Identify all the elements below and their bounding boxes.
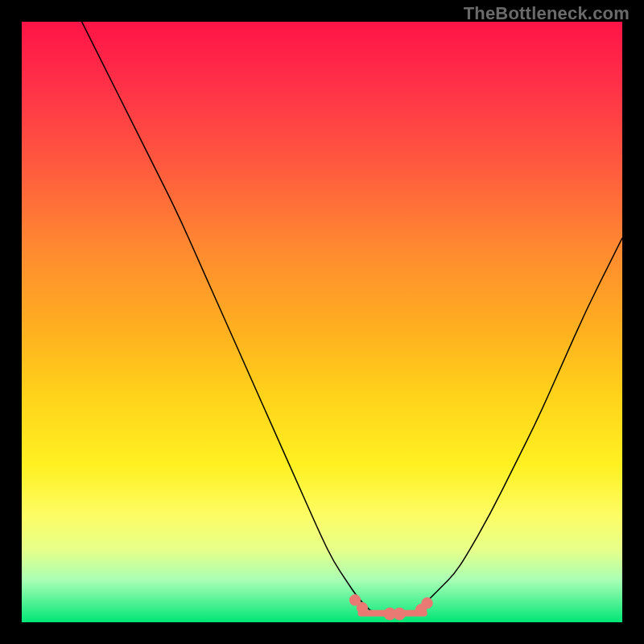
watermark-text: TheBottleneck.com: [464, 3, 630, 24]
chart-frame: TheBottleneck.com: [0, 0, 644, 644]
chart-gradient-background: [22, 22, 622, 622]
